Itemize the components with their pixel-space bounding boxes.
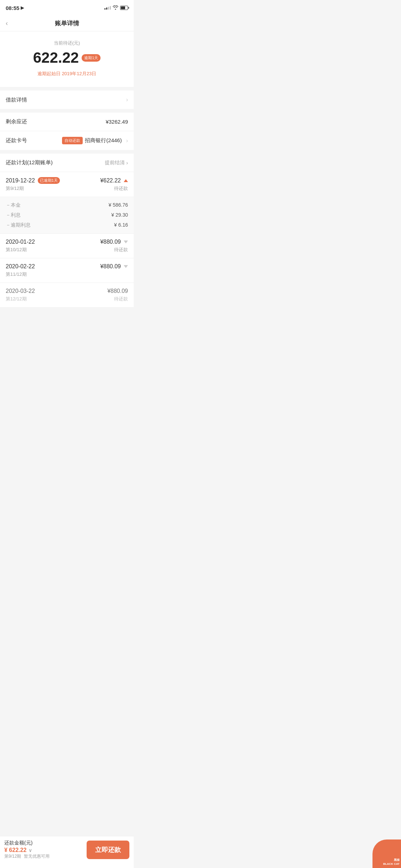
battery-icon xyxy=(120,6,128,10)
principal-value: ¥ 586.76 xyxy=(109,202,128,208)
plan-item-2[interactable]: 2020-01-22 ¥880.09 第10/12期 待还款 xyxy=(0,234,134,258)
plan-header-label: 还款计划(12期账单) xyxy=(6,159,53,166)
remaining-row: 剩余应还 ¥3262.49 xyxy=(0,113,134,131)
plan-period-2: 第10/12期 xyxy=(6,247,27,253)
overdue-interest-label: －逾期利息 xyxy=(6,222,31,228)
card-label: 还款卡号 xyxy=(6,137,27,144)
hero-amount-row: 622.22 逾期1天 xyxy=(7,49,127,66)
plan-amount-3: ¥880.09 xyxy=(100,263,121,270)
early-settlement-arrow: › xyxy=(126,160,128,166)
expand-down-arrow-3 xyxy=(124,265,128,268)
detail-interest: －利息 ¥ 29.30 xyxy=(6,212,128,218)
plan-date-3: 2020-02-22 xyxy=(6,263,35,270)
overdue-badge: 逾期1天 xyxy=(82,54,101,62)
signal-icon xyxy=(104,6,111,10)
interest-value: ¥ 29.30 xyxy=(111,212,128,218)
auto-repay-badge: 自动还款 xyxy=(62,137,83,144)
principal-label: －本金 xyxy=(6,202,21,208)
plan-amount-1: ¥622.22 xyxy=(100,177,121,184)
plan-period-3: 第11/12期 xyxy=(6,271,27,278)
overdue-item-badge-1: 已逾期1天 xyxy=(38,177,60,184)
status-time: 08:55 xyxy=(6,5,19,11)
plan-section: 还款计划(12期账单) 提前结清 › 2019-12-22 已逾期1天 ¥622… xyxy=(0,154,134,308)
early-settlement-label: 提前结清 xyxy=(105,160,125,166)
plan-status-1: 待还款 xyxy=(114,185,128,192)
loan-detail-row[interactable]: 借款详情 › xyxy=(0,91,134,109)
expand-down-arrow-2 xyxy=(124,241,128,243)
overdue-date: 2019年12月23日 xyxy=(62,71,96,76)
back-button[interactable]: ‹ xyxy=(6,20,8,27)
plan-amount-2: ¥880.09 xyxy=(100,239,121,245)
plan-status-2: 待还款 xyxy=(114,247,128,253)
status-bar: 08:55 ▶ xyxy=(0,0,134,16)
card-right: 自动还款 招商银行(2446) › xyxy=(62,137,128,144)
overdue-date-row: 逾期起始日 2019年12月23日 xyxy=(7,71,127,77)
hero-amount: 622.22 xyxy=(33,49,79,66)
loan-detail-arrow: › xyxy=(126,97,128,103)
hero-section: 当前待还(元) 622.22 逾期1天 逾期起始日 2019年12月23日 xyxy=(0,31,134,87)
plan-date-1: 2019-12-22 xyxy=(6,177,35,184)
card-row[interactable]: 还款卡号 自动还款 招商银行(2446) › xyxy=(0,131,134,150)
plan-period-4: 第12/12期 xyxy=(6,296,27,302)
status-icons xyxy=(104,5,128,11)
card-arrow: › xyxy=(126,138,128,144)
remaining-label: 剩余应还 xyxy=(6,118,27,125)
wifi-icon xyxy=(113,5,118,11)
plan-item-3[interactable]: 2020-02-22 ¥880.09 第11/12期 xyxy=(0,258,134,283)
page-title: 账单详情 xyxy=(55,19,79,27)
overdue-interest-value: ¥ 6.16 xyxy=(114,222,128,228)
detail-overdue-interest: －逾期利息 ¥ 6.16 xyxy=(6,222,128,228)
loan-detail-section: 借款详情 › xyxy=(0,91,134,109)
remaining-value: ¥3262.49 xyxy=(106,119,128,125)
expand-up-arrow-1 xyxy=(124,179,128,182)
plan-amount-4: ¥880.09 xyxy=(107,288,128,294)
plan-period-1: 第9/12期 xyxy=(6,185,24,192)
plan-status-4: 待还款 xyxy=(114,296,128,302)
plan-detail-section: －本金 ¥ 586.76 －利息 ¥ 29.30 －逾期利息 ¥ 6.16 xyxy=(0,197,134,234)
card-value: 招商银行(2446) xyxy=(85,137,122,144)
plan-header: 还款计划(12期账单) 提前结清 › xyxy=(0,154,134,172)
overdue-prefix: 逾期起始日 xyxy=(37,71,61,76)
account-section: 剩余应还 ¥3262.49 还款卡号 自动还款 招商银行(2446) › xyxy=(0,113,134,150)
plan-item-4[interactable]: 2020-03-22 ¥880.09 第12/12期 待还款 xyxy=(0,283,134,308)
location-icon: ▶ xyxy=(21,5,24,10)
plan-date-2: 2020-01-22 xyxy=(6,239,35,245)
interest-label: －利息 xyxy=(6,212,21,218)
loan-detail-label: 借款详情 xyxy=(6,97,27,103)
detail-principal: －本金 ¥ 586.76 xyxy=(6,202,128,208)
plan-date-4: 2020-03-22 xyxy=(6,288,35,294)
plan-item-1[interactable]: 2019-12-22 已逾期1天 ¥622.22 第9/12期 待还款 xyxy=(0,172,134,197)
hero-label: 当前待还(元) xyxy=(7,40,127,46)
nav-bar: ‹ 账单详情 xyxy=(0,16,134,31)
plan-header-right[interactable]: 提前结清 › xyxy=(105,160,128,166)
